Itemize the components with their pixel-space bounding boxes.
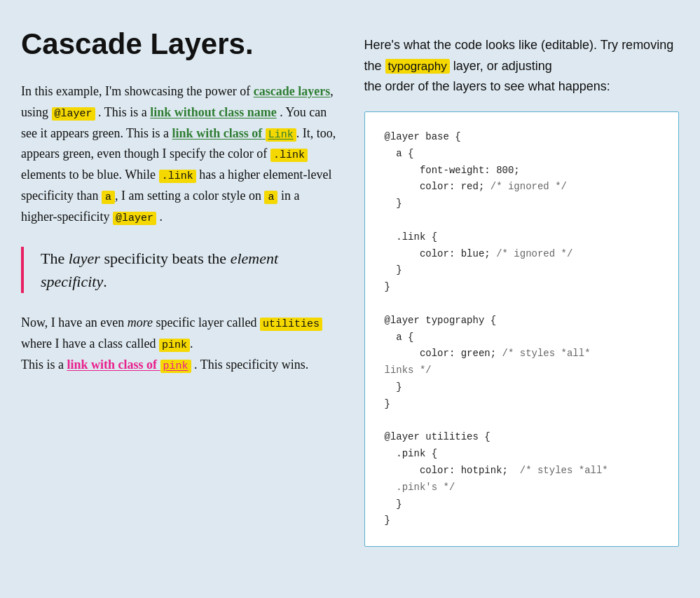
utilities-highlight: utilities <box>260 318 322 331</box>
utilities-paragraph: Now, I have an even more specific layer … <box>21 313 336 375</box>
page-heading: Cascade Layers. <box>21 28 336 60</box>
link-code-1: .link <box>270 149 308 162</box>
period: . <box>190 337 193 351</box>
sentence8: . <box>160 210 163 224</box>
code-line-1: @layer base { <box>385 131 461 142</box>
pink-highlight: pink <box>159 339 190 352</box>
sentence4: elements to be blue. While <box>21 168 156 182</box>
blockquote-text: The layer specificity beats the element … <box>41 247 336 293</box>
sentence6: , I am setting a color style on <box>115 189 261 203</box>
link-code-2: .link <box>159 170 196 183</box>
intro-paragraph: In this example, I'm showcasing the powe… <box>21 81 336 227</box>
right-intro-text: Here's what the code looks like (editabl… <box>364 35 680 97</box>
right-column: Here's what the code looks like (editabl… <box>364 28 680 547</box>
layer-code: @layer <box>113 212 156 225</box>
intro-text-1: In this example, I'm showcasing the powe… <box>21 84 250 98</box>
sentence1: . This is a <box>98 105 147 119</box>
right-intro-line4: the order of the layers to see what happ… <box>364 79 610 93</box>
this-is-a: This is a <box>21 358 64 372</box>
a-char-2: a <box>264 191 277 204</box>
typography-highlight: typography <box>385 59 450 74</box>
cascade-layers-link[interactable]: cascade layers <box>254 84 330 98</box>
right-intro-line1: Here's what the code looks like (editabl… <box>364 38 619 52</box>
more-em: more <box>128 315 153 329</box>
link-class-highlight: Link <box>266 128 296 142</box>
a-char-1: a <box>102 191 115 204</box>
now-text: Now, I have an even <box>21 315 124 329</box>
pink-link[interactable]: link with class of pink <box>67 358 191 372</box>
left-column: Cascade Layers. In this example, I'm sho… <box>21 28 336 547</box>
code-editor[interactable]: @layer base { a { font-weight: 800; colo… <box>364 111 680 547</box>
page-layout: Cascade Layers. In this example, I'm sho… <box>21 28 679 547</box>
specific-text: specific layer called <box>156 315 257 329</box>
link-without-class[interactable]: link without class name <box>150 105 277 119</box>
layer-highlight-1: @layer <box>52 107 95 121</box>
link-with-class-label[interactable]: link with class of Link <box>172 126 296 140</box>
pink-link-highlight: pink <box>160 360 191 373</box>
blockquote: The layer specificity beats the element … <box>21 247 336 293</box>
right-intro-line3: layer, or adjusting <box>453 59 552 73</box>
this-spec: . This specificity wins. <box>194 358 308 372</box>
where-text: where I have a class called <box>21 337 156 351</box>
